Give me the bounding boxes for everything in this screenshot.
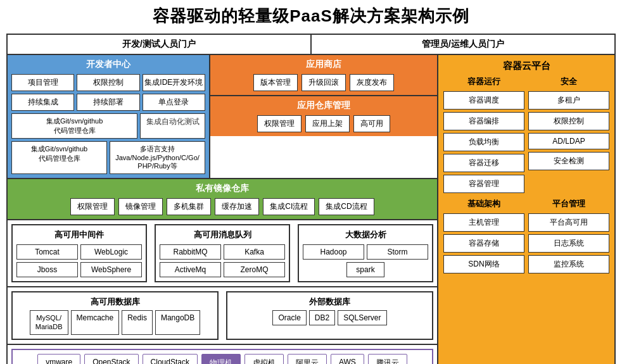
pm-item-0: 平台高可用 <box>528 213 609 232</box>
ha-mq-title: 高可用消息队列 <box>160 229 285 241</box>
mirror-item-3: 缓存加速 <box>215 198 259 215</box>
ba-item-0: 主机管理 <box>443 213 524 232</box>
infra-item-0: vmware <box>37 354 80 364</box>
app-store-item-1: 升级回滚 <box>301 74 346 91</box>
right-panel-inner: 容器运行 容器调度 容器编排 负载均衡 容器迁移 容器管理 安全 <box>438 76 614 364</box>
ha-middleware-title: 高可用中间件 <box>16 229 142 241</box>
infra-item-4: 虚拟机 <box>244 354 284 364</box>
dev-center-title: 开发者中心 <box>11 59 205 70</box>
cr-item-4: 容器管理 <box>443 175 524 193</box>
infra-row: vmware OpenStack CloudStack 物理机 虚拟机 阿里云 … <box>11 349 433 364</box>
sec-item-3: 安全检测 <box>528 152 609 170</box>
cr-item-2: 负载均衡 <box>443 133 524 151</box>
mirror-grid: 权限管理 镜像管理 多机集群 缓存加速 集成CI流程 集成CD流程 <box>11 198 433 215</box>
infra-item-6: AWS <box>331 354 364 364</box>
bigdata-item-2: spark <box>346 262 384 277</box>
bigdata-title: 大数据分析 <box>303 229 428 241</box>
portal-right: 管理员/运维人员门户 <box>312 35 614 54</box>
ext-db-items: Oracle DB2 SQLServer <box>231 310 428 325</box>
app-repo-title: 应用仓库管理 <box>214 100 433 111</box>
app-store-area: 应用商店 版本管理 升级回滚 灰度发布 应用仓库管理 权限管理 应用上 <box>210 55 437 178</box>
right-top-cols: 容器运行 容器调度 容器编排 负载均衡 容器迁移 容器管理 安全 <box>443 76 609 193</box>
container-running-header: 容器运行 <box>443 76 524 87</box>
app-store-grid: 版本管理 升级回滚 灰度发布 <box>214 74 433 91</box>
portal-left: 开发/测试人员门户 <box>8 35 312 54</box>
infra-item-2: CloudStack <box>143 354 198 364</box>
dev-center-box: 开发者中心 项目管理 权限控制 集成IDE开发环境 持续集成 持续部署 单点登录… <box>8 55 210 178</box>
middleware-item-2: Jboss <box>16 262 78 277</box>
ext-db-title: 外部数据库 <box>231 296 428 308</box>
page-title: 容器驱动的轻量级PaaS解决方案架构示例 <box>6 5 616 27</box>
infra-item-7: 腾讯云 <box>368 354 407 364</box>
ext-db-item-2: SQLServer <box>338 310 386 325</box>
app-store-title: 应用商店 <box>214 59 433 70</box>
dev-item-project: 项目管理 <box>11 74 74 91</box>
right-panel: 容器云平台 容器运行 容器调度 容器编排 负载均衡 容器迁移 容器管理 <box>438 55 614 364</box>
app-repo-box: 应用仓库管理 权限管理 应用上架 高可用 <box>210 96 437 136</box>
dev-item-git: 集成Git/svn/github 代码管理仓库 <box>11 113 137 139</box>
pm-item-2: 监控系统 <box>528 255 609 273</box>
services-row: 高可用中间件 Tomcat WebLogic Jboss WebSphere 高… <box>8 220 437 287</box>
app-repo-item-0: 权限管理 <box>257 115 301 132</box>
ext-db-item-1: DB2 <box>309 310 335 325</box>
app-repo-item-1: 应用上架 <box>305 115 350 132</box>
page-wrapper: 容器驱动的轻量级PaaS解决方案架构示例 开发/测试人员门户 管理员/运维人员门… <box>0 0 622 364</box>
dev-item-autotest: 集成自动化测试 <box>140 113 205 139</box>
bigdata-item-0: Hadoop <box>303 244 364 260</box>
ba-item-1: 容器存储 <box>443 234 524 253</box>
ha-db-item-0: MySQL/ MariaDB <box>30 310 68 335</box>
portal-row: 开发/测试人员门户 管理员/运维人员门户 <box>8 35 614 55</box>
dev-item-access: 权限控制 <box>77 74 139 91</box>
middleware-item-0: Tomcat <box>16 244 78 260</box>
ha-db-item-1: Memcache <box>71 310 120 335</box>
container-running-items: 容器调度 容器编排 负载均衡 容器迁移 容器管理 <box>443 91 524 193</box>
sec-item-1: 权限控制 <box>528 112 609 130</box>
infra-item-1: OpenStack <box>84 354 138 364</box>
mq-item-3: ZeroMQ <box>224 262 285 277</box>
cr-item-1: 容器编排 <box>443 112 524 130</box>
sec-item-0: 多租户 <box>528 91 609 110</box>
dev-center-row: 开发者中心 项目管理 权限控制 集成IDE开发环境 持续集成 持续部署 单点登录… <box>8 55 437 179</box>
mirror-item-5: 集成CD流程 <box>319 198 374 215</box>
mirror-item-0: 权限管理 <box>70 198 115 215</box>
dev-item-multilang: 多语言支持Java/Node.js/Python/C/Go/PHP/Ruby等 <box>110 141 205 174</box>
basic-arch-items: 主机管理 容器存储 SDN网络 <box>443 213 524 273</box>
mirror-row: 私有镜像仓库 权限管理 镜像管理 多机集群 缓存加速 集成CI流程 集成CD流程 <box>8 179 437 220</box>
dev-grid-row1: 项目管理 权限控制 集成IDE开发环境 持续集成 持续部署 单点登录 <box>11 74 205 111</box>
app-store-box: 应用商店 版本管理 升级回滚 灰度发布 <box>210 55 437 96</box>
left-panel: 开发者中心 项目管理 权限控制 集成IDE开发环境 持续集成 持续部署 单点登录… <box>8 55 438 364</box>
platform-mgmt-header: 平台管理 <box>528 198 609 210</box>
ext-db-item-0: Oracle <box>272 310 306 325</box>
infra-item-5: 阿里云 <box>288 354 327 364</box>
sec-item-2: AD/LDAP <box>528 133 609 149</box>
ha-db-item-3: MangoDB <box>155 310 200 335</box>
platform-mgmt-items: 平台高可用 日志系统 监控系统 <box>528 213 609 273</box>
app-store-item-0: 版本管理 <box>253 74 298 91</box>
bigdata-box: 大数据分析 Hadoop Storm spark <box>298 224 433 282</box>
ha-db-items: MySQL/ MariaDB Memcache Redis MangoDB <box>16 310 213 335</box>
dev-item-cd: 持续部署 <box>77 94 139 111</box>
ext-db-box: 外部数据库 Oracle DB2 SQLServer <box>226 291 433 340</box>
infra-item-highlight: 物理机 <box>201 354 241 364</box>
container-cloud-title: 容器云平台 <box>438 55 614 76</box>
mirror-item-4: 集成CI流程 <box>263 198 315 215</box>
dev-item-git-repo: 集成Git/svn/github代码管理仓库 <box>11 141 107 174</box>
ha-db-item-2: Redis <box>122 310 153 335</box>
app-store-item-2: 灰度发布 <box>350 74 394 91</box>
ha-mq-box: 高可用消息队列 RabbitMQ Kafka ActiveMq ZeroMQ <box>155 224 290 282</box>
mq-item-0: RabbitMQ <box>160 244 221 260</box>
platform-mgmt-col: 平台管理 平台高可用 日志系统 监控系统 <box>528 198 609 273</box>
bigdata-item-1: Storm <box>367 244 428 260</box>
dev-item-ci: 持续集成 <box>11 94 74 111</box>
cr-item-0: 容器调度 <box>443 91 524 110</box>
dev-item-ide: 集成IDE开发环境 <box>143 74 205 91</box>
security-header: 安全 <box>528 76 609 87</box>
mirror-item-2: 多机集群 <box>167 198 211 215</box>
mirror-item-1: 镜像管理 <box>118 198 163 215</box>
ha-middleware-box: 高可用中间件 Tomcat WebLogic Jboss WebSphere <box>11 224 147 282</box>
pm-item-1: 日志系统 <box>528 234 609 253</box>
security-col: 安全 多租户 权限控制 AD/LDAP 安全检测 <box>528 76 609 193</box>
middleware-item-3: WebSphere <box>80 262 142 277</box>
basic-arch-col: 基础架构 主机管理 容器存储 SDN网络 <box>443 198 524 273</box>
main-content-row: 开发者中心 项目管理 权限控制 集成IDE开发环境 持续集成 持续部署 单点登录… <box>8 55 614 364</box>
